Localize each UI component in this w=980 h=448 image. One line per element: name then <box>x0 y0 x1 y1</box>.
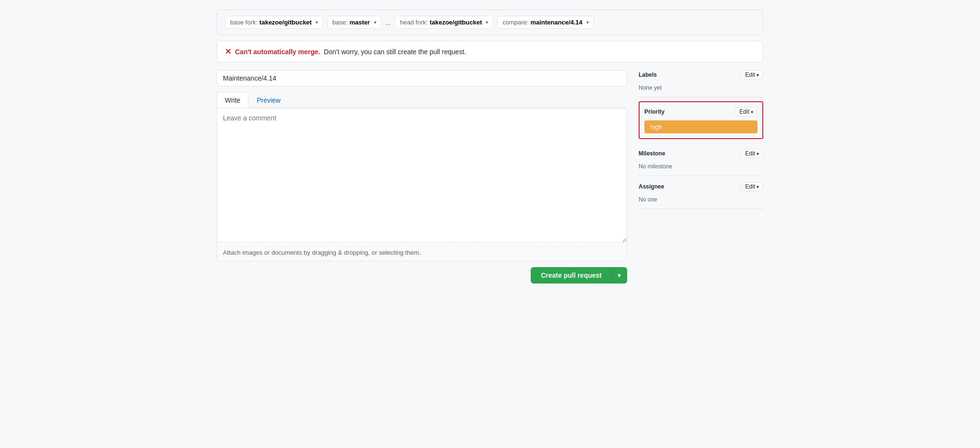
tab-write[interactable]: Write <box>217 92 248 108</box>
assignee-no-one: No one <box>639 196 657 203</box>
merge-warning-bold: Can't automatically merge. <box>235 48 320 56</box>
merge-warning-banner: ✕ Can't automatically merge. Don't worry… <box>217 41 763 62</box>
create-pr-row: Create pull request ▾ <box>217 267 627 283</box>
head-fork-label: head fork: <box>400 19 428 26</box>
labels-none-yet: None yet <box>639 84 662 91</box>
assignee-edit-button[interactable]: Edit ▾ <box>741 182 763 191</box>
priority-header: Priority Edit ▾ <box>644 107 758 117</box>
base-fork-label: base fork: <box>230 19 257 26</box>
base-fork-selector[interactable]: base fork: takezoe/gitbucket ▾ <box>225 16 323 29</box>
labels-header: Labels Edit ▾ <box>639 70 763 80</box>
left-panel: Write Preview Attach images or documents… <box>217 70 627 283</box>
create-pr-dropdown-icon: ▾ <box>618 271 621 279</box>
labels-edit-button[interactable]: Edit ▾ <box>741 70 763 80</box>
milestone-edit-chevron-icon: ▾ <box>757 151 759 156</box>
priority-title: Priority <box>644 108 665 115</box>
priority-edit-button[interactable]: Edit ▾ <box>735 107 758 117</box>
labels-edit-chevron-icon: ▾ <box>757 72 759 78</box>
attach-text: Attach images or documents by dragging &… <box>217 244 627 261</box>
priority-badge: high <box>644 120 758 133</box>
milestone-section: Milestone Edit ▾ No milestone <box>639 143 763 176</box>
comment-textarea[interactable] <box>217 108 627 243</box>
labels-title: Labels <box>639 71 657 78</box>
compare-selector[interactable]: compare: maintenance/4.14 ▾ <box>497 16 594 29</box>
branch-separator: ... <box>385 19 391 26</box>
tab-preview[interactable]: Preview <box>248 92 289 108</box>
base-selector[interactable]: base: master ▾ <box>327 16 381 29</box>
tab-bar: Write Preview <box>217 92 627 108</box>
base-value: master <box>350 19 370 26</box>
head-fork-chevron-icon: ▾ <box>486 20 488 25</box>
priority-section: Priority Edit ▾ high <box>639 101 763 139</box>
base-fork-value: takezoe/gitbucket <box>259 19 312 26</box>
priority-edit-chevron-icon: ▾ <box>751 109 753 115</box>
assignee-header: Assignee Edit ▾ <box>639 182 763 191</box>
milestone-title: Milestone <box>639 150 665 157</box>
create-pr-dropdown-button[interactable]: ▾ <box>611 267 627 283</box>
base-fork-chevron-icon: ▾ <box>315 20 318 25</box>
branch-bar: base fork: takezoe/gitbucket ▾ base: mas… <box>217 10 763 35</box>
assignee-edit-chevron-icon: ▾ <box>757 184 759 189</box>
compare-value: maintenance/4.14 <box>530 19 582 26</box>
create-pr-button[interactable]: Create pull request <box>531 267 611 283</box>
compare-chevron-icon: ▾ <box>586 20 589 25</box>
milestone-header: Milestone Edit ▾ <box>639 149 763 158</box>
base-label: base: <box>332 19 348 26</box>
pr-title-input[interactable] <box>217 70 627 86</box>
base-chevron-icon: ▾ <box>374 20 376 25</box>
head-fork-selector[interactable]: head fork: takezoe/gitbucket ▾ <box>395 16 493 29</box>
labels-section: Labels Edit ▾ None yet <box>639 70 763 97</box>
x-icon: ✕ <box>225 47 231 56</box>
merge-warning-body: Don't worry, you can still create the pu… <box>324 48 467 56</box>
create-pr-btn-group: Create pull request ▾ <box>531 267 627 283</box>
comment-area-wrapper: Attach images or documents by dragging &… <box>217 108 627 261</box>
assignee-section: Assignee Edit ▾ No one <box>639 176 763 209</box>
main-layout: Write Preview Attach images or documents… <box>217 70 763 283</box>
compare-label: compare: <box>502 19 528 26</box>
head-fork-value: takezoe/gitbucket <box>430 19 482 26</box>
right-panel: Labels Edit ▾ None yet Priority Edit ▾ <box>639 70 763 209</box>
milestone-no-milestone: No milestone <box>639 163 672 170</box>
assignee-title: Assignee <box>639 183 664 190</box>
milestone-edit-button[interactable]: Edit ▾ <box>741 149 763 158</box>
